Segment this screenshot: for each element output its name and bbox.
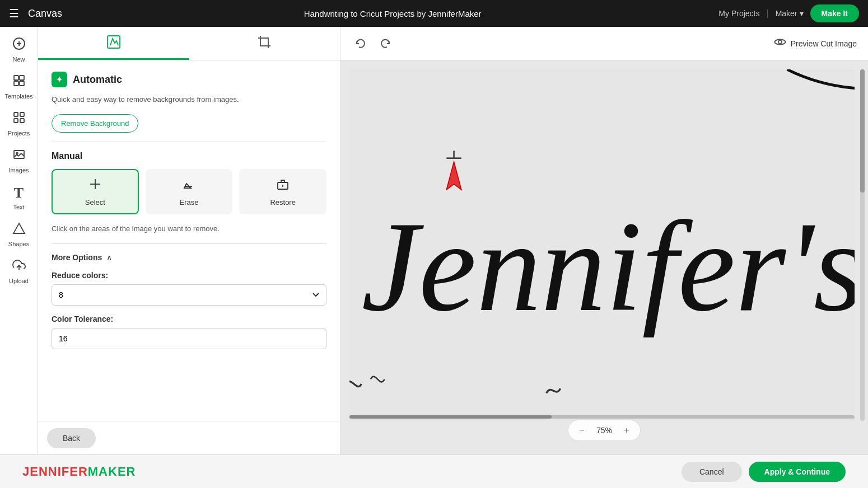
- automatic-header: ✦ Automatic: [52, 72, 326, 87]
- canvas-image[interactable]: Jennifer's A: [349, 69, 855, 421]
- manual-tools: Select Erase: [52, 169, 326, 214]
- new-icon: [12, 37, 26, 54]
- undo-button[interactable]: [352, 35, 370, 53]
- apply-continue-button[interactable]: Apply & Continue: [749, 462, 846, 482]
- svg-rect-9: [14, 119, 18, 123]
- app-logo: Canvas: [28, 8, 62, 20]
- more-options-label: More Options: [52, 253, 102, 262]
- reduce-colors-select[interactable]: 2 4 6 8 10 12 16: [52, 284, 326, 306]
- sidebar-item-label-templates: Templates: [4, 93, 32, 100]
- erase-tool-icon: [182, 177, 197, 195]
- svg-rect-5: [14, 81, 18, 86]
- make-it-button[interactable]: Make It: [810, 4, 859, 22]
- restore-tool-label: Restore: [270, 198, 296, 207]
- zoom-controls: − 75% +: [568, 420, 641, 441]
- restore-tool-button[interactable]: Restore: [239, 169, 326, 214]
- side-panel: ✦ Automatic Quick and easy way to remove…: [38, 27, 340, 454]
- preview-cut-label: Preview Cut Image: [791, 39, 857, 48]
- sidebar-item-label-images: Images: [8, 167, 29, 173]
- more-options-chevron-icon: ∧: [106, 253, 112, 262]
- sidebar-item-label-shapes: Shapes: [8, 241, 29, 247]
- more-options-header[interactable]: More Options ∧: [52, 253, 326, 262]
- panel-bottom: Back: [38, 421, 340, 454]
- redo-button[interactable]: [376, 35, 394, 53]
- projects-icon: [12, 111, 26, 128]
- canvas-toolbar: Preview Cut Image: [340, 27, 868, 60]
- select-tool-button[interactable]: Select: [52, 169, 139, 214]
- sidebar-item-templates[interactable]: Templates: [0, 68, 38, 105]
- logo-maker: MAKER: [88, 464, 136, 478]
- bottom-bar: JENNIFERMAKER Cancel Apply & Continue: [0, 454, 868, 488]
- panel-tab-edit[interactable]: [38, 27, 189, 60]
- topnav-right: My Projects | Maker ▾ Make It: [718, 4, 859, 22]
- svg-rect-4: [20, 76, 24, 80]
- select-tool-label: Select: [85, 198, 105, 207]
- sidebar-item-new[interactable]: New: [0, 31, 38, 68]
- sidebar-item-images[interactable]: Images: [0, 142, 38, 179]
- restore-tool-icon: [276, 177, 290, 195]
- preview-cut-image-button[interactable]: Preview Cut Image: [774, 36, 857, 51]
- my-projects-link[interactable]: My Projects: [718, 9, 759, 18]
- sidebar-item-upload[interactable]: Upload: [0, 253, 38, 290]
- edit-tab-icon: [106, 34, 122, 53]
- color-tolerance-label: Color Tolerance:: [52, 315, 326, 323]
- panel-tab-crop[interactable]: [189, 27, 340, 60]
- svg-rect-3: [14, 76, 18, 80]
- zoom-out-button[interactable]: −: [575, 424, 589, 437]
- automatic-description: Quick and easy way to remove backgrounds…: [52, 94, 326, 105]
- svg-text:Jennifer's: Jennifer's: [361, 195, 855, 338]
- svg-marker-25: [446, 162, 461, 190]
- nav-divider: |: [766, 8, 768, 18]
- upload-icon: [12, 259, 26, 275]
- text-icon: T: [14, 185, 24, 201]
- cancel-button[interactable]: Cancel: [682, 462, 742, 482]
- logo-jennifer: JENNIFER: [22, 464, 88, 478]
- svg-rect-7: [14, 112, 18, 116]
- bottom-right-actions: Cancel Apply & Continue: [682, 462, 846, 482]
- zoom-in-button[interactable]: +: [620, 424, 633, 437]
- shapes-icon: [12, 222, 26, 238]
- menu-icon[interactable]: ☰: [9, 7, 19, 20]
- svg-rect-6: [20, 81, 24, 86]
- main-area: New Templates Pr: [0, 27, 868, 454]
- back-button[interactable]: Back: [47, 428, 96, 448]
- canvas-area: Preview Cut Image: [340, 27, 868, 454]
- top-navigation: ☰ Canvas Handwriting to Cricut Projects …: [0, 0, 868, 27]
- color-tolerance-input[interactable]: [52, 328, 326, 349]
- sidebar-item-label-text: Text: [13, 204, 24, 210]
- section-divider-2: [52, 243, 326, 244]
- section-divider-1: [52, 142, 326, 142]
- reduce-colors-label: Reduce colors:: [52, 271, 326, 280]
- sidebar-item-projects[interactable]: Projects: [0, 105, 38, 142]
- sidebar-item-label-projects: Projects: [8, 130, 30, 137]
- sidebar-item-label-new: New: [12, 56, 25, 63]
- crop-tab-icon: [257, 35, 272, 53]
- brand-logo: JENNIFERMAKER: [22, 464, 136, 479]
- select-tool-icon: [88, 177, 102, 195]
- maker-dropdown[interactable]: Maker ▾: [776, 9, 804, 18]
- remove-background-button[interactable]: Remove Background: [52, 114, 138, 133]
- manual-title: Manual: [52, 151, 326, 161]
- icon-bar: New Templates Pr: [0, 27, 38, 454]
- instruction-text: Click on the areas of the image you want…: [52, 223, 326, 235]
- automatic-title: Automatic: [73, 74, 122, 86]
- sidebar-item-shapes[interactable]: Shapes: [0, 216, 38, 253]
- vertical-scrollbar[interactable]: [860, 69, 865, 421]
- canvas-content[interactable]: Jennifer's A − 75%: [340, 60, 868, 454]
- panel-scroll-content: ✦ Automatic Quick and easy way to remove…: [38, 60, 340, 421]
- zoom-value: 75%: [593, 426, 615, 435]
- panel-tabs: [38, 27, 340, 60]
- svg-rect-10: [20, 119, 24, 123]
- svg-point-12: [16, 153, 18, 154]
- project-title: Handwriting to Cricut Projects by Jennif…: [76, 9, 710, 18]
- images-icon: [12, 148, 26, 165]
- erase-tool-button[interactable]: Erase: [146, 169, 233, 214]
- maker-label: Maker: [776, 9, 797, 18]
- svg-point-22: [778, 40, 782, 44]
- maker-chevron-icon: ▾: [800, 9, 804, 18]
- sidebar-item-text[interactable]: T Text: [0, 179, 38, 216]
- svg-rect-8: [20, 112, 24, 116]
- erase-tool-label: Erase: [180, 198, 199, 207]
- automatic-icon: ✦: [52, 72, 67, 87]
- eye-icon: [774, 36, 786, 51]
